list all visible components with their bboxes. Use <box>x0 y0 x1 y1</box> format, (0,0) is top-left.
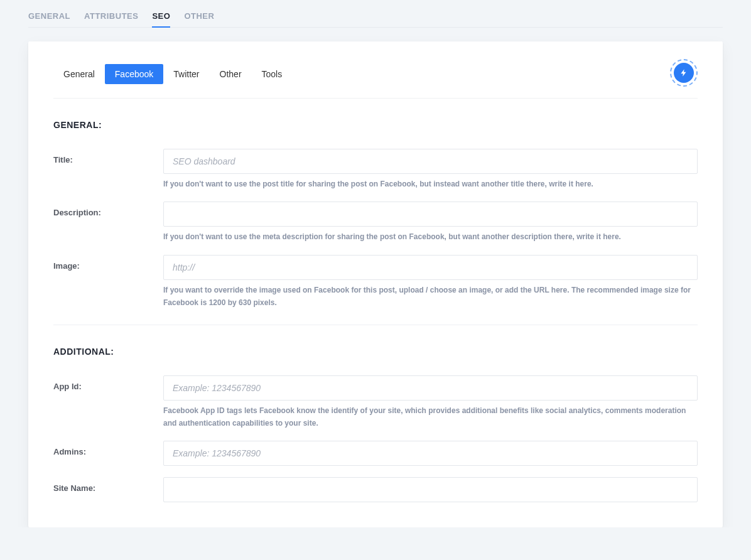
field-sitename-input[interactable] <box>163 477 698 502</box>
section-heading-additional: ADDITIONAL: <box>53 325 698 364</box>
field-sitename-row: Site Name: <box>53 466 698 502</box>
field-title-label: Title: <box>53 149 163 164</box>
tab-other[interactable]: OTHER <box>184 11 214 27</box>
subtab-general[interactable]: General <box>53 64 105 84</box>
field-appid-help: Facebook App ID tags lets Facebook know … <box>163 401 698 430</box>
tab-general[interactable]: GENERAL <box>28 11 70 27</box>
field-appid-row: App Id: Facebook App ID tags lets Facebo… <box>53 364 698 430</box>
field-admins-input[interactable] <box>163 441 698 466</box>
subtab-twitter[interactable]: Twitter <box>163 64 209 84</box>
field-image-input[interactable] <box>163 255 698 280</box>
field-image-label: Image: <box>53 255 163 271</box>
field-description-help: If you don't want to use the meta descri… <box>163 227 698 243</box>
field-admins-row: Admins: <box>53 429 698 466</box>
field-description-row: Description: If you don't want to use th… <box>53 190 698 243</box>
field-image-help: If you want to override the image used o… <box>163 280 698 310</box>
top-tabs: GENERAL ATTRIBUTES SEO OTHER <box>28 0 723 28</box>
field-title-row: Title: If you don't want to use the post… <box>53 137 698 190</box>
lightning-badge[interactable] <box>670 59 698 87</box>
field-image-row: Image: If you want to override the image… <box>53 244 698 310</box>
field-appid-input[interactable] <box>163 375 698 401</box>
sub-tabs: General Facebook Twitter Other Tools <box>53 53 698 99</box>
subtab-tools[interactable]: Tools <box>252 64 293 84</box>
tab-seo[interactable]: SEO <box>152 11 170 27</box>
lightning-icon <box>674 63 694 83</box>
section-heading-general: GENERAL: <box>53 99 698 137</box>
field-title-input[interactable] <box>163 149 698 174</box>
subtab-other[interactable]: Other <box>210 64 252 84</box>
seo-card: General Facebook Twitter Other Tools GEN… <box>28 41 723 527</box>
field-description-input[interactable] <box>163 202 698 227</box>
tab-attributes[interactable]: ATTRIBUTES <box>84 11 138 27</box>
field-admins-label: Admins: <box>53 441 163 456</box>
field-description-label: Description: <box>53 202 163 217</box>
field-title-help: If you don't want to use the post title … <box>163 174 698 190</box>
subtab-facebook[interactable]: Facebook <box>105 64 163 84</box>
field-appid-label: App Id: <box>53 375 163 391</box>
field-sitename-label: Site Name: <box>53 477 163 493</box>
